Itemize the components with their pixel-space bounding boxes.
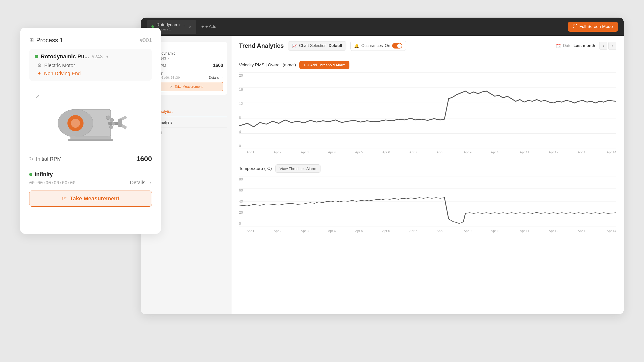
toggle-switch[interactable] bbox=[392, 43, 402, 49]
chart-selection-label: Chart Selection bbox=[299, 43, 327, 48]
motor-svg bbox=[53, 98, 128, 143]
occurrences-label: Occurances bbox=[361, 43, 383, 48]
chart2-svg bbox=[239, 176, 616, 227]
process-id: #001 bbox=[140, 37, 152, 43]
machine-name: Rotodynamic Pu... bbox=[41, 53, 89, 60]
temperature-chart-section: Temperature (°C) View Threshold Alarm 80… bbox=[231, 159, 624, 238]
chart1-container: 20 16 12 8 4 0 bbox=[239, 72, 616, 149]
nav-arrows: ‹ › bbox=[599, 42, 616, 50]
rpm-value: 1600 bbox=[136, 155, 152, 163]
occurrences-state: On bbox=[385, 43, 390, 48]
svg-rect-14 bbox=[118, 119, 122, 127]
velocity-chart-section: Velocity RMS | Overall (mm/s) + + Add Th… bbox=[231, 56, 624, 159]
next-button[interactable]: › bbox=[608, 42, 616, 50]
rpm-label: Initial RPM bbox=[36, 156, 62, 162]
infinity-section: Infinity 00:00:00:00:00:00 Details → bbox=[29, 171, 152, 186]
machine-id: #243 bbox=[92, 54, 103, 60]
arrow-right-icon: → bbox=[147, 180, 152, 186]
tab-close-icon[interactable]: ✕ bbox=[188, 24, 192, 29]
svg-point-8 bbox=[106, 116, 110, 120]
plus-icon: + bbox=[303, 63, 306, 67]
panel-body: #001 Rotodynamic... ⚙ #243 ▾ Initial RPM… bbox=[141, 36, 624, 314]
session-name: Infinity bbox=[35, 171, 53, 178]
gear-icon: ⚙ bbox=[37, 62, 42, 68]
chart1-x-axis: Apr 1 Apr 2 Apr 3 Apr 4 Apr 5 Apr 6 Apr … bbox=[239, 149, 616, 154]
analytics-area: Trend Analytics 📈 Chart Selection Defaul… bbox=[231, 36, 624, 314]
chart2-label: Temperature (°C) bbox=[239, 166, 272, 171]
prev-button[interactable]: ‹ bbox=[599, 42, 607, 50]
star-icon: ✦ bbox=[37, 70, 42, 76]
chart1-label-row: Velocity RMS | Overall (mm/s) + + Add Th… bbox=[239, 61, 616, 69]
fullscreen-icon: ⛶ bbox=[573, 24, 577, 29]
process-header: ⊞ Process 1 #001 bbox=[29, 37, 152, 44]
sidebar-chevron-icon: ▾ bbox=[168, 57, 169, 60]
calendar-icon: 📅 bbox=[556, 43, 561, 48]
tab-machine-name: Rotodynamic... bbox=[156, 22, 185, 27]
sidebar-arrow-icon: → bbox=[220, 76, 223, 79]
add-threshold-button[interactable]: + + Add Threshold Alarm bbox=[299, 61, 349, 69]
svg-rect-7 bbox=[68, 139, 113, 141]
sidebar-rpm-value: 1600 bbox=[213, 63, 223, 68]
view-threshold-button[interactable]: View Threshold Alarm bbox=[275, 164, 320, 173]
rpm-row: ↻ Initial RPM 1600 bbox=[29, 151, 152, 167]
expand-container: ↗ bbox=[29, 87, 152, 93]
chart-icon: 📈 bbox=[292, 43, 297, 48]
main-container: ⊞ Process 1 #001 Rotodynamic Pu... #243 … bbox=[20, 18, 624, 344]
timestamp: 00:00:00:00:00:00 bbox=[29, 180, 75, 185]
motor-illustration bbox=[29, 96, 152, 146]
sidebar-measurement-icon: ☞ bbox=[170, 85, 173, 88]
analytics-title: Trend Analytics bbox=[239, 42, 284, 49]
sidebar-measurement-label: Take Measurement bbox=[175, 85, 203, 88]
svg-point-10 bbox=[111, 122, 115, 125]
date-value: Last month bbox=[574, 43, 595, 48]
infinity-status-dot bbox=[29, 173, 32, 176]
details-link[interactable]: Details → bbox=[130, 180, 152, 186]
take-measurement-button[interactable]: ☞ Take Measurement bbox=[29, 191, 152, 207]
svg-point-4 bbox=[71, 119, 80, 128]
chart1-area bbox=[239, 72, 616, 149]
chart2-area bbox=[239, 176, 616, 228]
chart-selection-button[interactable]: 📈 Chart Selection Default bbox=[288, 41, 347, 51]
svg-point-9 bbox=[110, 118, 114, 122]
analytics-header: Trend Analytics 📈 Chart Selection Defaul… bbox=[231, 36, 624, 56]
expand-icon[interactable]: ↗ bbox=[35, 93, 40, 100]
sub-component-label: Electric Motor bbox=[44, 63, 75, 68]
add-tab-button[interactable]: + + Add bbox=[197, 22, 220, 32]
fullscreen-button[interactable]: ⛶ Full Screen Mode bbox=[568, 22, 618, 32]
chart2-label-row: Temperature (°C) View Threshold Alarm bbox=[239, 164, 616, 173]
process-title: Process 1 bbox=[36, 37, 63, 44]
date-selector: 📅 Date Last month bbox=[556, 43, 595, 48]
chart2-container: 80 60 40 20 0 bbox=[239, 176, 616, 228]
machine-card[interactable]: Rotodynamic Pu... #243 ▾ ⚙ Electric Moto… bbox=[29, 49, 152, 81]
right-panel: Rotodynamic... Process 1 ✕ + + Add ⛶ Ful… bbox=[141, 18, 624, 314]
bell-icon: 🔔 bbox=[354, 43, 359, 48]
chart-selection-value: Default bbox=[329, 43, 342, 48]
measurement-icon: ☞ bbox=[62, 195, 67, 202]
chart2-x-axis: Apr 1 Apr 2 Apr 3 Apr 4 Apr 5 Apr 6 Apr … bbox=[239, 228, 616, 233]
tab-process: Process 1 bbox=[156, 27, 185, 31]
chart1-label: Velocity RMS | Overall (mm/s) bbox=[239, 63, 296, 68]
left-card: ⊞ Process 1 #001 Rotodynamic Pu... #243 … bbox=[20, 28, 161, 234]
chart1-svg bbox=[239, 72, 616, 149]
chevron-down-icon: ▾ bbox=[106, 54, 108, 59]
take-measurement-label: Take Measurement bbox=[70, 195, 119, 202]
plus-icon: + bbox=[201, 24, 204, 29]
occurrences-toggle[interactable]: 🔔 Occurances On bbox=[350, 41, 406, 51]
date-label: Date bbox=[563, 43, 572, 48]
status-dot bbox=[35, 55, 38, 58]
rpm-icon: ↻ bbox=[29, 156, 33, 162]
active-node-label: Non Driving End bbox=[44, 71, 81, 76]
process-icon: ⊞ bbox=[29, 37, 34, 43]
sidebar-details-link[interactable]: Details → bbox=[209, 76, 223, 79]
toggle-knob bbox=[397, 43, 402, 48]
panel-header: Rotodynamic... Process 1 ✕ + + Add ⛶ Ful… bbox=[141, 18, 624, 36]
svg-point-11 bbox=[109, 125, 113, 129]
